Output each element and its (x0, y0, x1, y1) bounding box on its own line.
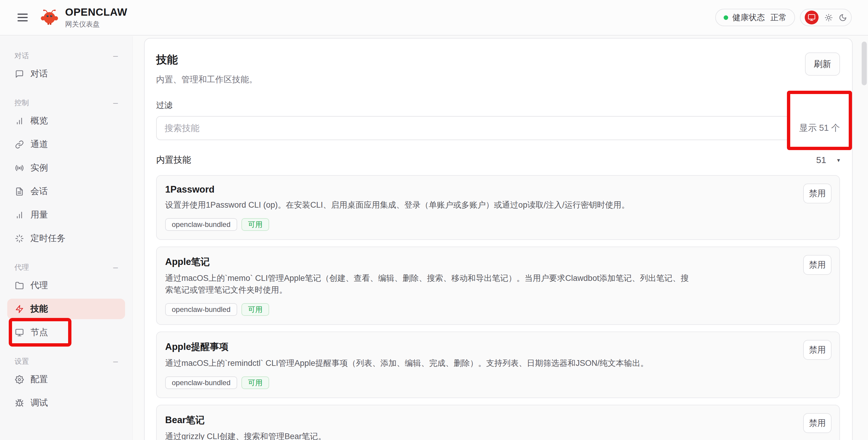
sidebar-item-label: 对话 (30, 68, 48, 80)
status-badge: 可用 (241, 303, 269, 316)
health-status-badge: 健康状态 正常 (715, 9, 795, 26)
refresh-button[interactable]: 刷新 (805, 53, 840, 76)
sidebar-section: 代理–代理技能节点 (0, 261, 132, 344)
sun-icon (825, 13, 833, 22)
shown-count-label: 显示 51 个 (799, 122, 840, 134)
file-text-icon (15, 187, 24, 196)
sidebar-item-label: 配置 (30, 373, 48, 385)
skill-card: Apple提醒事项 通过macOS上的`remindctl` CLI管理Appl… (156, 332, 840, 398)
moon-icon (839, 13, 847, 22)
sidebar-item-label: 定时任务 (30, 232, 65, 244)
disable-skill-button[interactable]: 禁用 (803, 413, 832, 433)
page-subtitle: 内置、管理和工作区技能。 (156, 74, 257, 85)
theme-light-button[interactable] (825, 13, 833, 22)
bundle-badge: openclaw-bundled (165, 376, 237, 389)
sidebar-item-label: 会话 (30, 185, 48, 197)
skills-panel: 技能 内置、管理和工作区技能。 刷新 过滤 显示 51 个 内置技能 51 ▾ … (144, 38, 852, 440)
filter-label: 过滤 (156, 100, 840, 111)
theme-system-button[interactable] (805, 10, 818, 24)
theme-dark-button[interactable] (839, 13, 847, 22)
builtin-skills-label: 内置技能 (156, 154, 191, 166)
theme-switcher (800, 9, 852, 26)
sidebar-item-label: 概览 (30, 115, 48, 127)
page-size-select[interactable]: 51 ▾ (816, 155, 840, 165)
health-dot-icon (724, 15, 728, 20)
sidebar-item-概览[interactable]: 概览 (0, 109, 132, 133)
app-title: OPENCLAW (65, 6, 127, 18)
collapse-section-icon[interactable]: – (113, 98, 118, 107)
sidebar-section-label: 代理 (14, 262, 29, 272)
loader-icon (15, 234, 24, 243)
skill-card: 1Password 设置并使用1Password CLI (op)。在安装CLI… (156, 175, 840, 240)
collapse-section-icon[interactable]: – (113, 51, 118, 61)
menu-toggle-icon[interactable] (18, 13, 28, 22)
skill-name: Apple笔记 (165, 256, 831, 268)
sidebar-item-对话[interactable]: 对话 (0, 62, 132, 86)
skill-description: 通过macOS上的`remindctl` CLI管理Apple提醒事项（列表、添… (165, 357, 695, 369)
bar-chart-icon (15, 211, 24, 219)
sidebar-item-实例[interactable]: 实例 (0, 156, 132, 180)
sidebar-item-配置[interactable]: 配置 (0, 368, 132, 391)
sidebar-item-技能[interactable]: 技能 (0, 297, 132, 321)
sidebar-item-label: 实例 (30, 162, 48, 174)
monitor-icon (15, 328, 24, 337)
sidebar-section: 设置–配置调试 (0, 355, 132, 415)
monitor-icon (808, 13, 815, 22)
openclaw-logo-icon (40, 9, 59, 26)
sidebar-item-label: 用量 (30, 209, 48, 221)
link-icon (15, 140, 24, 149)
zap-icon (15, 305, 24, 313)
sidebar-item-label: 调试 (30, 397, 48, 409)
skill-name: Apple提醒事项 (165, 341, 831, 353)
sidebar: 对话–对话控制–概览通道实例会话用量定时任务代理–代理技能节点设置–配置调试 (0, 36, 133, 440)
skill-description: 通过macOS上的`memo` CLI管理Apple笔记（创建、查看、编辑、删除… (165, 273, 695, 296)
search-input[interactable] (156, 116, 790, 140)
header: OPENCLAW 网关仪表盘 健康状态 正常 (0, 0, 868, 36)
radio-icon (15, 164, 24, 172)
brand: OPENCLAW 网关仪表盘 (40, 6, 127, 29)
collapse-section-icon[interactable]: – (113, 356, 118, 366)
sidebar-item-定时任务[interactable]: 定时任务 (0, 227, 132, 250)
sidebar-section-label: 设置 (14, 356, 29, 366)
disable-skill-button[interactable]: 禁用 (803, 340, 832, 360)
skill-description: 通过grizzly CLI创建、搜索和管理Bear笔记。 (165, 431, 695, 440)
sidebar-item-会话[interactable]: 会话 (0, 180, 132, 203)
disable-skill-button[interactable]: 禁用 (803, 184, 832, 203)
health-label: 健康状态 (733, 12, 765, 23)
gear-icon (15, 375, 24, 384)
collapse-section-icon[interactable]: – (113, 262, 118, 272)
page-size-value: 51 (816, 155, 826, 165)
bundle-badge: openclaw-bundled (165, 303, 237, 316)
chevron-down-icon: ▾ (837, 157, 840, 164)
status-badge: 可用 (241, 376, 269, 389)
skill-name: Bear笔记 (165, 414, 831, 427)
main-area: 技能 内置、管理和工作区技能。 刷新 过滤 显示 51 个 内置技能 51 ▾ … (133, 36, 868, 440)
sidebar-item-label: 通道 (30, 138, 48, 150)
skill-card: Apple笔记 通过macOS上的`memo` CLI管理Apple笔记（创建、… (156, 247, 840, 325)
bug-icon (15, 399, 24, 407)
health-value: 正常 (770, 12, 786, 23)
disable-skill-button[interactable]: 禁用 (803, 255, 832, 275)
skill-card: Bear笔记 通过grizzly CLI创建、搜索和管理Bear笔记。 open… (156, 405, 840, 440)
sidebar-section: 控制–概览通道实例会话用量定时任务 (0, 96, 132, 250)
sidebar-item-label: 技能 (30, 303, 48, 315)
status-badge: 可用 (241, 218, 269, 231)
active-item-highlight (7, 298, 125, 319)
page-title: 技能 (156, 53, 257, 67)
app-subtitle: 网关仪表盘 (65, 20, 127, 29)
skill-description: 设置并使用1Password CLI (op)。在安装CLI、启用桌面应用集成、… (165, 199, 695, 211)
sidebar-item-label: 代理 (30, 279, 48, 291)
scrollbar-thumb[interactable] (862, 41, 867, 85)
sidebar-item-通道[interactable]: 通道 (0, 133, 132, 156)
sidebar-section: 对话–对话 (0, 50, 132, 86)
bar-chart-icon (15, 117, 24, 125)
sidebar-item-调试[interactable]: 调试 (0, 391, 132, 415)
chat-icon (15, 70, 24, 78)
sidebar-section-label: 控制 (14, 98, 29, 107)
sidebar-item-label: 节点 (30, 326, 48, 339)
sidebar-item-代理[interactable]: 代理 (0, 274, 132, 297)
sidebar-item-节点[interactable]: 节点 (0, 321, 132, 344)
sidebar-item-用量[interactable]: 用量 (0, 203, 132, 227)
bundle-badge: openclaw-bundled (165, 218, 237, 231)
skill-name: 1Password (165, 184, 831, 195)
